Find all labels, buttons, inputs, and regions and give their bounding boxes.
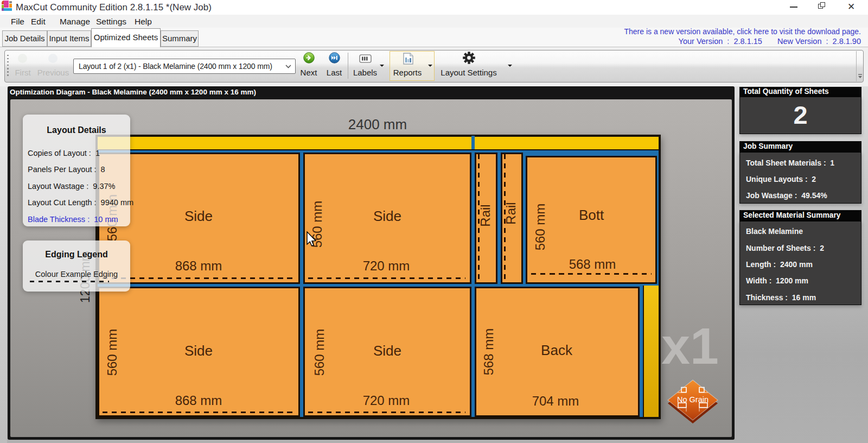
svg-text:No Grain: No Grain (677, 395, 709, 404)
